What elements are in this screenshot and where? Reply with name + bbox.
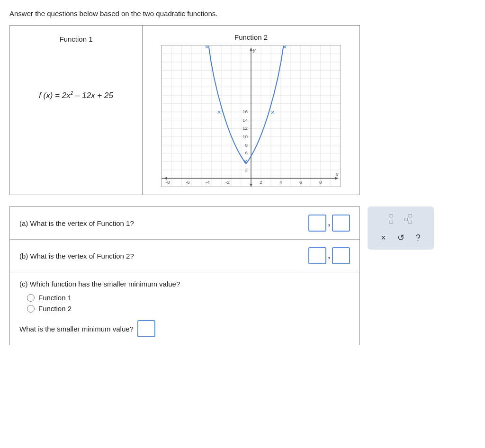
svg-text:-8: -8 (166, 179, 170, 185)
question-a-input1[interactable] (308, 215, 326, 232)
question-a-input-group: , (308, 215, 350, 232)
graph-container: x y -8 -6 -4 -2 2 4 6 8 2 4 6 8 10 12 (161, 45, 341, 187)
help-button[interactable]: ? (414, 232, 422, 244)
undo-icon: ↺ (397, 233, 404, 243)
fraction-numerator: □ (390, 213, 393, 219)
svg-marker-40 (335, 177, 338, 179)
radio-group: Function 1 Function 2 (27, 294, 350, 313)
function2-panel: Function 2 (143, 26, 359, 195)
svg-text:×: × (217, 108, 221, 116)
question-c-block: (c) Which function has the smaller minim… (10, 272, 359, 345)
questions-box: (a) What is the vertex of Function 1? , … (9, 206, 360, 345)
svg-text:6: 6 (245, 150, 248, 155)
min-value-label: What is the smaller minimum value? (19, 325, 134, 333)
svg-text:12: 12 (242, 125, 248, 131)
fraction-button[interactable]: □ □ (388, 212, 395, 226)
mixed-fraction-icon: □ □ □ (404, 213, 412, 225)
question-b-row: (b) What is the vertex of Function 2? , (10, 240, 359, 272)
mixed-fraction-part: □ □ (409, 213, 412, 225)
svg-text:6: 6 (299, 179, 302, 185)
svg-text:-4: -4 (206, 179, 210, 185)
graph-svg: x y -8 -6 -4 -2 2 4 6 8 2 4 6 8 10 12 (162, 45, 341, 187)
svg-text:x: x (335, 171, 339, 177)
functions-table: Function 1 f (x) = 2x2 – 12x + 25 Functi… (9, 25, 360, 195)
svg-text:-6: -6 (186, 179, 190, 185)
radio-function2-label[interactable]: Function 2 (27, 305, 350, 313)
radio-function1-label[interactable]: Function 1 (27, 294, 350, 302)
svg-text:×: × (205, 45, 209, 51)
tool-row-2: × ↺ ? (379, 232, 422, 244)
svg-text:8: 8 (245, 143, 248, 148)
function1-formula: f (x) = 2x2 – 12x + 25 (39, 90, 113, 100)
fraction-icon: □ □ (390, 213, 393, 225)
question-a-comma: , (328, 219, 330, 227)
svg-text:-2: -2 (225, 179, 230, 185)
svg-text:16: 16 (242, 109, 248, 114)
svg-marker-43 (250, 48, 252, 51)
svg-text:4: 4 (279, 179, 282, 185)
question-b-input1[interactable] (308, 247, 326, 264)
mixed-whole: □ (404, 216, 407, 223)
svg-text:×: × (283, 45, 287, 51)
question-b-label: (b) What is the vertex of Function 2? (19, 252, 305, 260)
radio-function2-text: Function 2 (38, 305, 72, 313)
question-b-comma: , (328, 251, 330, 260)
question-a-label: (a) What is the vertex of Function 1? (19, 219, 305, 227)
svg-text:2: 2 (260, 179, 262, 185)
min-value-row: What is the smaller minimum value? (19, 320, 350, 337)
question-b-input2[interactable] (332, 247, 350, 264)
min-value-input[interactable] (137, 320, 155, 337)
tool-palette: □ □ □ □ □ × ↺ (368, 206, 434, 250)
function1-panel: Function 1 f (x) = 2x2 – 12x + 25 (10, 26, 143, 195)
question-b-input-group: , (308, 247, 350, 264)
svg-marker-44 (250, 184, 252, 187)
svg-text:×: × (243, 158, 247, 165)
question-a-row: (a) What is the vertex of Function 1? , (10, 207, 359, 240)
svg-text:×: × (271, 108, 275, 116)
instruction-text: Answer the questions below based on the … (9, 9, 476, 18)
questions-area: (a) What is the vertex of Function 1? , … (9, 206, 476, 345)
function1-title: Function 1 (59, 35, 92, 43)
tool-row-1: □ □ □ □ □ (388, 212, 414, 226)
svg-text:y: y (252, 47, 256, 53)
function2-title: Function 2 (234, 33, 268, 41)
svg-text:8: 8 (319, 179, 322, 185)
times-button[interactable]: × (379, 232, 388, 244)
radio-function1[interactable] (27, 294, 35, 302)
radio-function1-text: Function 1 (38, 294, 72, 302)
fraction-denominator: □ (390, 219, 393, 225)
undo-button[interactable]: ↺ (395, 232, 406, 244)
svg-text:14: 14 (242, 117, 248, 123)
svg-text:2: 2 (245, 167, 248, 172)
question-c-label: (c) Which function has the smaller minim… (19, 280, 350, 288)
times-icon: × (381, 233, 386, 243)
svg-text:10: 10 (242, 134, 248, 139)
mixed-fraction-button[interactable]: □ □ □ (402, 212, 413, 226)
question-a-input2[interactable] (332, 215, 350, 232)
radio-function2[interactable] (27, 305, 35, 313)
help-icon: ? (416, 233, 421, 243)
